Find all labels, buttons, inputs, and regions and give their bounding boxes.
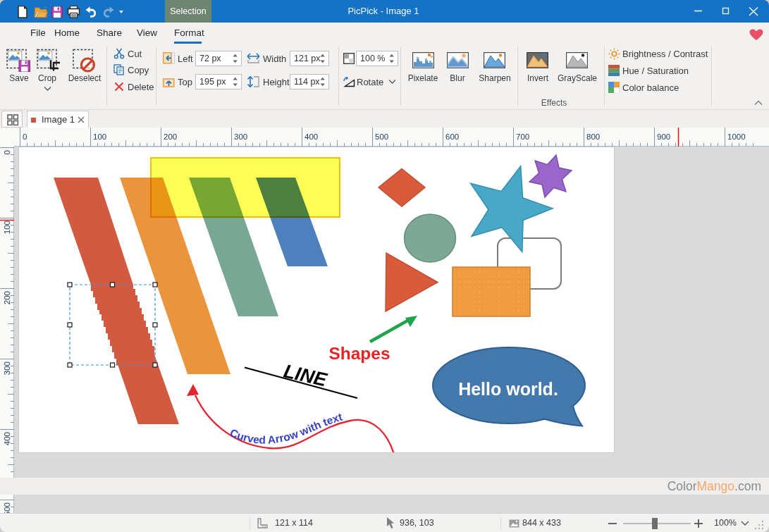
svg-text:500: 500 (375, 132, 388, 141)
svg-text:400: 400 (3, 432, 11, 445)
svg-text:100: 100 (93, 132, 106, 141)
svg-text:300: 300 (3, 361, 11, 375)
svg-text:200: 200 (164, 132, 177, 141)
svg-text:0: 0 (3, 150, 11, 154)
svg-text:1000: 1000 (727, 132, 746, 141)
svg-text:500: 500 (3, 502, 11, 513)
svg-text:200: 200 (3, 291, 11, 304)
svg-text:Hello world.: Hello world. (458, 379, 558, 399)
svg-text:800: 800 (586, 132, 600, 141)
svg-text:Shapes: Shapes (328, 344, 390, 363)
svg-text:600: 600 (445, 132, 459, 141)
svg-text:LINE: LINE (282, 361, 330, 391)
svg-text:700: 700 (516, 132, 529, 141)
svg-text:300: 300 (234, 132, 247, 141)
svg-text:0: 0 (23, 132, 27, 141)
svg-text:900: 900 (657, 132, 670, 141)
svg-text:400: 400 (304, 132, 318, 141)
svg-text:100: 100 (3, 221, 11, 234)
